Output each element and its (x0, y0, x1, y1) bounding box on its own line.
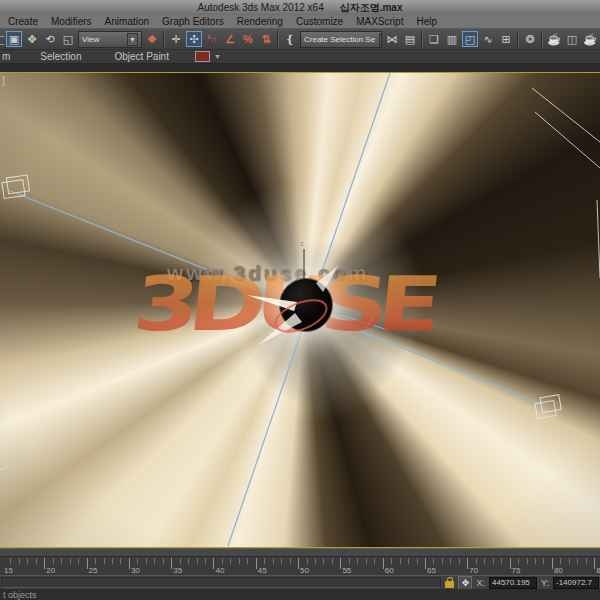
coord-y-field[interactable]: -140972.7 (553, 577, 599, 589)
status-prompt-field (1, 577, 441, 588)
align-icon[interactable]: ▤ (402, 31, 418, 47)
track-bar-ruler[interactable]: 15 20 25 30 35 40 45 50 55 60 65 70 75 8… (0, 556, 600, 575)
frame-number: 60 (385, 566, 394, 575)
frame-number: 55 (342, 566, 351, 575)
chevron-down-icon[interactable]: ▼ (214, 53, 221, 60)
frame-number: 80 (554, 566, 563, 575)
graphite-ribbon-icon[interactable]: ▥ (444, 31, 460, 47)
menu-rendering[interactable]: Rendering (237, 16, 283, 27)
select-scale-icon[interactable]: ◱ (60, 31, 76, 47)
toolbar-separator (163, 31, 165, 47)
perspective-viewport[interactable]: www.3duse.com 3DUSE ] z (0, 72, 600, 548)
axis-x-line (304, 304, 318, 311)
window-crossing-icon[interactable]: ▣ (6, 31, 22, 47)
menu-maxscript[interactable]: MAXScript (356, 16, 403, 27)
reference-coordinate-value: View (82, 35, 123, 44)
prompt-text: t objects (3, 590, 37, 600)
menu-create[interactable]: Create (8, 16, 38, 27)
ribbon-tab-bar: m Selection Object Paint ▼ (0, 50, 600, 64)
menu-animation[interactable]: Animation (105, 16, 149, 27)
main-toolbar: ▢ ▣ ✥ ⟲ ◱ View ▼ ❖ ✛ ✣ ³∩ ∠ % ⇅ ❴ Create… (0, 29, 600, 50)
status-bar: ✥ X: 44570.195 Y: -140972.7 (0, 575, 600, 589)
frame-number: 65 (427, 566, 436, 575)
menu-modifiers[interactable]: Modifiers (51, 16, 92, 27)
named-selection-set-value: Create Selection Se (304, 35, 375, 44)
frame-number: 50 (300, 566, 309, 575)
render-setup-icon[interactable]: ☕ (546, 31, 562, 47)
ribbon-tab-object-paint[interactable]: Object Paint (114, 51, 168, 62)
keyboard-override-icon[interactable]: ✣ (186, 31, 202, 47)
axis-z-label: z (300, 239, 304, 248)
selection-lock-icon[interactable] (445, 581, 454, 588)
app-title: Autodesk 3ds Max 2012 x64 (198, 2, 324, 13)
select-region-icon[interactable]: ▢ (0, 31, 4, 47)
frame-number: 45 (258, 566, 267, 575)
gizmo-layer (0, 73, 600, 547)
edit-named-sets-icon[interactable]: ❴ (282, 31, 298, 47)
mirror-icon[interactable]: ⋈ (384, 31, 400, 47)
frame-number: 70 (469, 566, 478, 575)
absolute-mode-icon[interactable]: ✥ (458, 576, 472, 590)
chevron-down-icon[interactable]: ▼ (379, 33, 382, 46)
frame-number: 35 (173, 566, 182, 575)
toolbar-separator (277, 31, 279, 47)
ribbon-toggle-icon[interactable]: ◰ (462, 31, 478, 47)
prompt-line: t objects (0, 589, 600, 600)
frame-number: 40 (216, 566, 225, 575)
percent-snap-icon[interactable]: % (240, 31, 256, 47)
time-slider-track[interactable] (0, 548, 600, 556)
rendered-frame-icon[interactable]: ◫ (564, 31, 580, 47)
schematic-view-icon[interactable]: ⊞ (498, 31, 514, 47)
toolbar-separator (421, 31, 423, 47)
layer-manager-icon[interactable]: ❏ (426, 31, 442, 47)
viewport-label-fragment[interactable]: ] (2, 75, 5, 86)
ribbon-tab-freeform-fragment[interactable]: m (2, 51, 10, 62)
use-pivot-center-icon[interactable]: ❖ (144, 31, 160, 47)
select-rotate-icon[interactable]: ⟲ (42, 31, 58, 47)
menu-customize[interactable]: Customize (296, 16, 343, 27)
frame-number: 20 (46, 566, 55, 575)
menu-bar: Create Modifiers Animation Graph Editors… (0, 15, 600, 29)
reference-coordinate-dropdown[interactable]: View ▼ (78, 31, 142, 48)
curve-editor-icon[interactable]: ∿ (480, 31, 496, 47)
menu-graph-editors[interactable]: Graph Editors (162, 16, 224, 27)
title-bar: Autodesk 3ds Max 2012 x64 십자조명.max (0, 0, 600, 15)
light-glint (316, 266, 338, 292)
chevron-down-icon[interactable]: ▼ (127, 33, 138, 46)
menu-help[interactable]: Help (416, 16, 437, 27)
frame-number: 15 (4, 566, 13, 575)
ribbon-tab-selection[interactable]: Selection (40, 51, 81, 62)
render-production-icon[interactable]: ☕ (582, 31, 598, 47)
named-selection-set-dropdown[interactable]: Create Selection Se ▼ (300, 31, 382, 48)
document-filename: 십자조명.max (340, 1, 403, 15)
spinner-snap-icon[interactable]: ⇅ (258, 31, 274, 47)
light-glint (247, 295, 297, 311)
ribbon-minimize-icon[interactable] (195, 51, 210, 62)
snaps-toggle-3d-icon[interactable]: ³∩ (204, 31, 220, 47)
frame-number: 30 (131, 566, 140, 575)
toolbar-separator (541, 31, 543, 47)
angle-snap-icon[interactable]: ∠ (222, 31, 238, 47)
select-manipulate-icon[interactable]: ✛ (168, 31, 184, 47)
frame-number: 75 (512, 566, 521, 575)
coord-x-label: X: (476, 578, 485, 588)
light-glint (258, 313, 302, 345)
ribbon-gap (0, 64, 600, 72)
coord-y-label: Y: (541, 578, 549, 588)
frame-number: 25 (89, 566, 98, 575)
select-move-icon[interactable]: ✥ (24, 31, 40, 47)
frame-number: 85 (596, 566, 600, 575)
material-editor-icon[interactable]: ❂ (522, 31, 538, 47)
toolbar-separator (517, 31, 519, 47)
coord-x-field[interactable]: 44570.195 (489, 577, 537, 589)
